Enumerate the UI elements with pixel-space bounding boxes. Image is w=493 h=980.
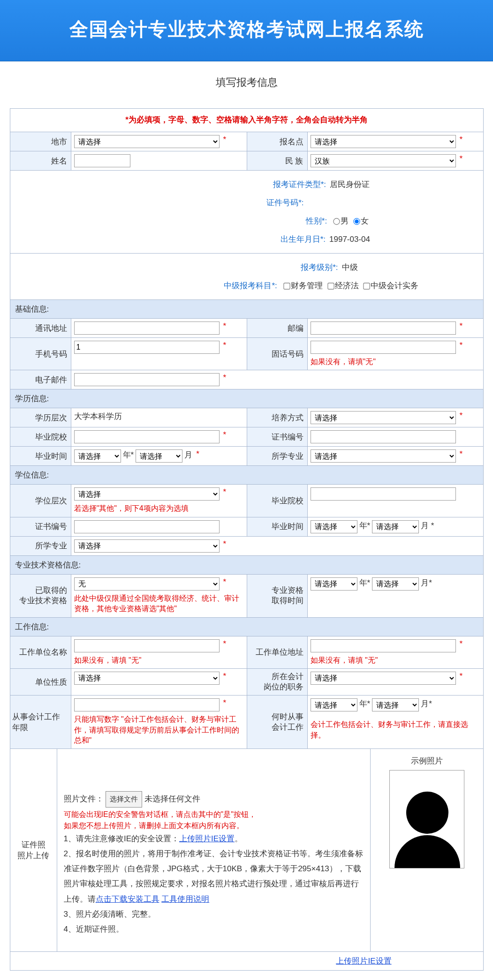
input-edu-certno[interactable] xyxy=(311,430,456,443)
sample-caption: 示例照片 xyxy=(374,756,479,766)
select-ethnic[interactable]: 汉族 xyxy=(311,154,456,167)
hint-work-since: 会计工作包括会计、财务与审计工作，请直接选择。 xyxy=(311,719,480,741)
label-deg-certno: 证书编号 xyxy=(10,517,71,536)
no-file-text: 未选择任何文件 xyxy=(144,794,200,803)
label-edu-level: 学历层次 xyxy=(10,408,71,427)
select-deg-month[interactable]: 请选择 xyxy=(372,520,419,533)
label-email: 电子邮件 xyxy=(10,370,71,389)
label-work-unit: 工作单位名称 xyxy=(10,636,71,668)
input-mobile[interactable] xyxy=(74,341,220,354)
input-name[interactable] xyxy=(74,154,130,167)
id-info-block: 报考证件类型*:居民身份证 证件号码*: 性别*: 男 女 出生年月日*:199… xyxy=(10,170,483,253)
input-work-years[interactable] xyxy=(74,698,220,711)
label-edu-major: 所学专业 xyxy=(247,447,308,465)
select-city[interactable]: 请选择 xyxy=(74,135,220,148)
input-edu-school[interactable] xyxy=(74,430,220,443)
photo-warn1: 可能会出现IE的安全警告对话框，请点击其中的"是"按钮， xyxy=(64,809,364,820)
section-prof: 专业技术资格信息: xyxy=(10,555,483,574)
radio-male[interactable] xyxy=(333,218,340,224)
hint-work-years: 只能填写数字 "会计工作包括会计、财务与审计工作，请填写取得规定学历前后从事会计… xyxy=(74,714,244,746)
star-icon: * xyxy=(460,135,463,144)
hint-prof-got: 此处中级仅限通过全国统考取得经济、统计、审计资格，其他专业资格请选"其他" xyxy=(74,593,244,614)
input-email[interactable] xyxy=(74,373,220,386)
radio-female[interactable] xyxy=(353,218,360,224)
select-edu-month[interactable]: 请选择 xyxy=(136,449,182,463)
label-photo: 证件照照片上传 xyxy=(10,749,57,951)
link-tool-doc[interactable]: 工具使用说明 xyxy=(161,895,209,904)
label-work-years: 从事会计工作年限 xyxy=(10,696,71,748)
hint-work-addr: 如果没有，请填 "无" xyxy=(311,655,480,666)
select-site[interactable]: 请选择 xyxy=(311,135,456,148)
select-prof-year[interactable]: 请选择 xyxy=(311,577,357,591)
select-work-nature[interactable]: 请选择 xyxy=(74,672,220,685)
sample-photo xyxy=(389,770,464,868)
label-tel: 固话号码 xyxy=(247,338,308,370)
link-download-tool[interactable]: 点击下载安装工具 xyxy=(96,895,159,904)
select-deg-level[interactable]: 请选择 xyxy=(74,487,220,501)
label-addr: 通讯地址 xyxy=(10,319,71,337)
input-addr[interactable] xyxy=(74,322,220,335)
photo-warn2: 如果您不想上传照片，请删掉上面文本框内所有内容。 xyxy=(64,821,364,831)
link-ie-setting-1[interactable]: 上传照片IE设置 xyxy=(179,834,235,843)
label-name: 姓名 xyxy=(10,151,71,170)
label-city: 地市 xyxy=(10,132,71,151)
section-degree: 学位信息: xyxy=(10,465,483,484)
input-deg-certno[interactable] xyxy=(74,520,220,533)
input-tel[interactable] xyxy=(311,341,456,354)
section-work: 工作信息: xyxy=(10,617,483,636)
label-edu-gradtime: 毕业时间 xyxy=(10,447,71,465)
hint-deg-level: 若选择"其他"，则下4项内容为选填 xyxy=(74,503,244,514)
label-train: 培养方式 xyxy=(247,408,308,427)
label-site: 报名点 xyxy=(247,132,308,151)
select-edu-year[interactable]: 请选择 xyxy=(74,449,121,463)
chk-subj1[interactable] xyxy=(283,283,290,289)
section-basic: 基础信息: xyxy=(10,299,483,318)
label-work-addr: 工作单位地址 xyxy=(247,636,308,668)
select-since-month[interactable]: 请选择 xyxy=(372,698,419,711)
hint-work-unit: 如果没有，请填 "无" xyxy=(74,655,244,666)
select-edu-major[interactable]: 请选择 xyxy=(311,449,456,463)
level-block: 报考级别*:中级 中级报考科目*: 财务管理 经济法 中级会计实务 xyxy=(10,253,483,299)
label-ethnic: 民 族 xyxy=(247,151,308,170)
chk-subj2[interactable] xyxy=(327,283,334,289)
label-prof-got: 已取得的专业技术资格 xyxy=(10,575,71,617)
page-title: 填写报考信息 xyxy=(0,75,493,90)
form-container: *为必填项，字母、数字、空格请输入半角字符，全角会自动转为半角 地市 请选择 *… xyxy=(10,108,484,971)
select-prof-got[interactable]: 无 xyxy=(74,577,220,591)
section-edu: 学历信息: xyxy=(10,389,483,408)
input-zip[interactable] xyxy=(311,322,456,335)
input-work-addr[interactable] xyxy=(311,639,456,652)
label-deg-level: 学位层次 xyxy=(10,485,71,516)
label-work-since: 何时从事会计工作 xyxy=(247,696,308,748)
label-zip: 邮编 xyxy=(247,319,308,337)
label-deg-school: 毕业院校 xyxy=(247,485,308,516)
choose-file-button[interactable]: 选择文件 xyxy=(106,791,142,808)
label-edu-school: 毕业院校 xyxy=(10,427,71,446)
input-deg-school[interactable] xyxy=(311,487,456,501)
label-deg-gradtime: 毕业时间 xyxy=(247,517,308,536)
select-since-year[interactable]: 请选择 xyxy=(311,698,357,711)
chk-subj3[interactable] xyxy=(364,283,370,289)
photo-upload-block: 证件照照片上传 照片文件： 选择文件 未选择任何文件 可能会出现IE的安全警告对… xyxy=(10,748,483,951)
input-work-unit[interactable] xyxy=(74,639,220,652)
select-deg-major[interactable]: 请选择 xyxy=(74,539,220,553)
select-prof-month[interactable]: 请选择 xyxy=(372,577,419,591)
select-deg-year[interactable]: 请选择 xyxy=(311,520,357,533)
label-deg-major: 所学专业 xyxy=(10,537,71,555)
label-work-post: 所在会计岗位的职务 xyxy=(247,669,308,695)
link-ie-setting-2[interactable]: 上传照片IE设置 xyxy=(336,957,391,965)
label-prof-time: 专业资格取得时间 xyxy=(247,575,308,617)
page-banner: 全国会计专业技术资格考试网上报名系统 xyxy=(0,0,493,61)
hint-tel: 如果没有，请填"无" xyxy=(311,357,480,367)
label-edu-certno: 证书编号 xyxy=(247,427,308,446)
select-work-post[interactable]: 请选择 xyxy=(311,672,456,685)
label-work-nature: 单位性质 xyxy=(10,669,71,695)
star-icon: * xyxy=(460,154,463,164)
label-photo-file: 照片文件： xyxy=(64,794,104,803)
required-note: *为必填项，字母、数字、空格请输入半角字符，全角会自动转为半角 xyxy=(10,109,483,132)
select-train[interactable]: 请选择 xyxy=(311,411,456,424)
star-icon: * xyxy=(223,135,227,144)
value-edu-level: 大学本科学历 xyxy=(74,411,122,422)
label-mobile: 手机号码 xyxy=(10,338,71,370)
